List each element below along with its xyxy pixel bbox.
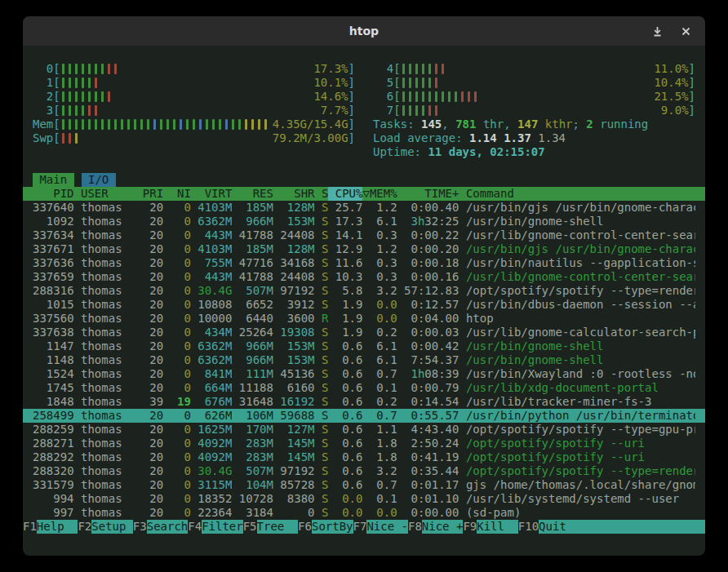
text-seg: S	[322, 395, 328, 408]
column-header-shr[interactable]: SHR	[273, 187, 315, 201]
cell-s: S	[315, 409, 329, 423]
process-row[interactable]: 994thomas20018352107288380S0.00.10:01.10…	[23, 492, 705, 506]
cell-shr: 16192	[273, 395, 315, 409]
meter-tick	[251, 119, 254, 130]
meter-tick	[88, 78, 91, 88]
process-row[interactable]: 337659thomas200443M4178824408S10.30.30:0…	[23, 270, 705, 284]
cell-ni: 0	[163, 506, 191, 520]
process-row[interactable]: 997thomas2002236431840S0.00.00:00.00(sd-…	[23, 506, 705, 520]
column-header-res[interactable]: RES	[232, 187, 273, 201]
cell-pri: 20	[143, 409, 163, 423]
meter-tick	[88, 105, 91, 116]
process-row[interactable]: 337638thomas200434M2526419308S1.90.20:00…	[23, 326, 705, 339]
process-row[interactable]: 1092thomas2006362M966M153MS17.36.13h32:2…	[23, 215, 705, 228]
cell-shr: 6160	[273, 381, 315, 395]
text-seg: 4:43.40	[411, 423, 459, 436]
cell-s: S	[315, 284, 329, 298]
text-seg: 20	[149, 478, 163, 491]
column-header-mem[interactable]: ▽MEM%	[362, 187, 397, 201]
process-row[interactable]: 337560thomas2001000064403600R1.90.00:04.…	[23, 312, 705, 326]
cell-s: S	[315, 381, 329, 395]
fn-filter[interactable]: Filter	[202, 520, 243, 534]
process-row[interactable]: 337671thomas2004103M185M128MS12.91.20:00…	[23, 242, 705, 256]
cpu-meter-3: 3[7.7%]	[33, 104, 355, 118]
fn-quit[interactable]: Quit	[539, 520, 705, 534]
swap-meter: Swp[79.2M/3.00G]	[33, 131, 355, 145]
download-icon[interactable]	[651, 25, 664, 38]
text-seg: 10728	[239, 492, 273, 505]
tab-main[interactable]: Main	[33, 173, 74, 187]
meter-bar: 4.35G/15.4G	[60, 118, 348, 131]
process-row[interactable]: 288292thomas2004092M283M145MS0.61.80:41.…	[23, 450, 705, 464]
meter-tick	[422, 64, 424, 74]
text-seg: 0	[184, 339, 190, 353]
text-seg: 6.1	[376, 215, 397, 228]
cell-s: S	[315, 215, 329, 228]
text-seg: 1147	[47, 339, 74, 353]
process-row[interactable]: 331579thomas2003115M104M85728S0.60.70:01…	[23, 478, 705, 492]
text-seg: Uptime:	[373, 145, 428, 158]
process-row[interactable]: 1148thomas2006362M966M153MS0.66.17:54.37…	[23, 353, 705, 367]
fn-setup[interactable]: Setup	[91, 520, 133, 534]
meter-tick	[415, 64, 418, 74]
cell-time: 0:01.17	[397, 478, 459, 492]
text-seg: 0	[184, 353, 190, 366]
process-row[interactable]: 1524thomas200841M111M45136S0.60.71h08:39…	[23, 367, 705, 381]
fn-sortby[interactable]: SortBy	[312, 520, 353, 534]
fn-search[interactable]: Search	[147, 520, 189, 534]
text-seg: 507M	[246, 464, 273, 477]
process-row[interactable]: 337636thomas200755M4771634168S11.60.30:0…	[23, 256, 705, 270]
process-row[interactable]: 1147thomas2006362M966M153MS0.66.10:00.42…	[23, 339, 705, 353]
meter-tick	[108, 119, 110, 130]
cell-time: 3h32:25	[397, 215, 459, 228]
fn-kill[interactable]: Kill	[477, 520, 518, 534]
column-header-pid[interactable]: PID	[33, 187, 74, 201]
process-row[interactable]: 1848thomas3919676M3164816192S0.60.20:14.…	[23, 395, 705, 409]
column-header-ni[interactable]: NI	[163, 187, 191, 201]
cell-ni: 0	[163, 437, 191, 450]
cell-pri: 20	[143, 492, 163, 506]
text-seg: (sd-pam)	[466, 506, 521, 519]
text-seg: 2:50.24	[411, 437, 459, 450]
cell-pid: 1848	[33, 395, 74, 409]
process-row[interactable]: 288259thomas2001625M170M127MS0.61.14:43.…	[23, 423, 705, 437]
process-row[interactable]: 337634thomas200443M4178824408S14.10.30:0…	[23, 228, 705, 242]
cell-virt: 6362M	[191, 339, 233, 353]
process-row[interactable]: 288271thomas2004092M283M145MS0.61.82:50.…	[23, 437, 705, 450]
text-seg: 0	[184, 381, 190, 394]
column-header-cpu[interactable]: CPU%	[328, 187, 362, 201]
cell-pid: 288259	[33, 423, 74, 437]
fn-tree[interactable]: Tree	[257, 520, 299, 534]
column-header-s[interactable]: S	[315, 187, 329, 201]
process-row[interactable]: 258499thomas200626M106M59688S0.60.70:55.…	[23, 409, 705, 423]
tab-io[interactable]: I/O	[82, 173, 116, 187]
cell-mem: 0.0	[362, 506, 397, 520]
process-row[interactable]: 337640thomas2004103M185M128MS25.71.20:00…	[23, 201, 705, 215]
cell-user: thomas	[74, 228, 143, 242]
fn-nice+[interactable]: Nice +	[422, 520, 464, 534]
fn-help[interactable]: Help	[37, 520, 78, 534]
process-row[interactable]: 1745thomas200664M111886160S0.60.10:00.79…	[23, 381, 705, 395]
column-header-virt[interactable]: VIRT	[191, 187, 233, 201]
process-row[interactable]: 288320thomas20030.4G507M97192S0.63.20:35…	[23, 464, 705, 478]
process-row[interactable]: 1015thomas2001080866523912S1.90.00:12.57…	[23, 298, 705, 312]
close-icon[interactable]	[680, 25, 692, 38]
fn-nice-[interactable]: Nice -	[366, 520, 408, 534]
text-seg: 31648	[239, 395, 273, 408]
cell-mem: 3.2	[362, 464, 397, 478]
titlebar[interactable]: htop	[23, 16, 705, 46]
meter-bracket-close: ]	[348, 131, 355, 145]
meter-tick	[95, 119, 97, 130]
column-header-user[interactable]: USER	[74, 187, 143, 201]
column-header-pri[interactable]: PRI	[143, 187, 163, 201]
text-seg: 664M	[205, 381, 233, 394]
meter-tick	[435, 91, 437, 102]
column-header-time[interactable]: TIME+	[397, 187, 459, 201]
process-row[interactable]: 288316thomas20030.4G507M97192S5.83.257:1…	[23, 284, 705, 298]
column-header-command[interactable]: Command	[459, 187, 695, 201]
cpu-meter-1: 1[10.1%]	[33, 76, 355, 90]
cell-user: thomas	[74, 506, 143, 520]
text-seg: 16192	[280, 395, 314, 408]
text-seg: 443M	[205, 270, 233, 283]
text-seg: 1.9	[342, 326, 362, 339]
